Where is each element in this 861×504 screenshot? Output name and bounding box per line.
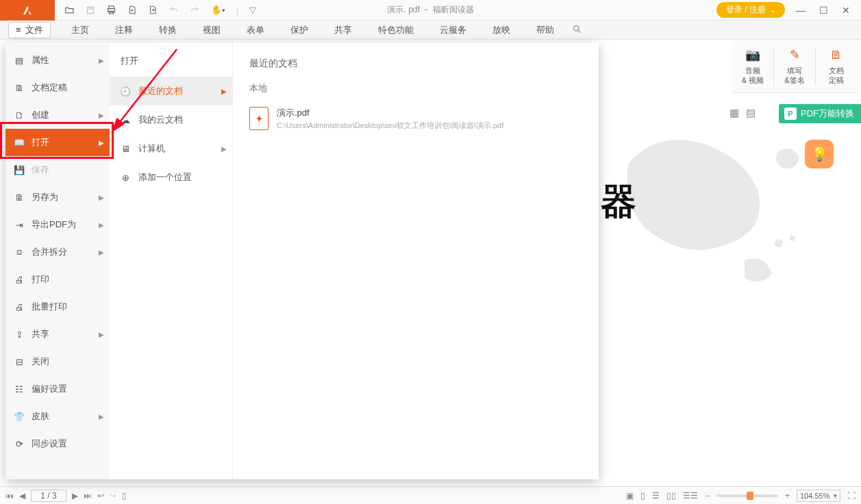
menu-save-as[interactable]: 🗎另存为▶	[5, 184, 110, 211]
menu-merge-split[interactable]: ⧈合并拆分▶	[5, 238, 110, 266]
source-cloud[interactable]: ☁我的云文档	[110, 105, 232, 134]
quick-access-toolbar: ✋▾ | ▽	[55, 5, 266, 15]
nav-back-icon[interactable]: ↩	[97, 491, 104, 501]
document-background: 器 💡	[601, 96, 861, 479]
tab-cloud[interactable]: 云服务	[427, 21, 479, 39]
ribbon-group-right: 📷音频 & 视频 ✎填写 &签名 🗎文档 定稿	[732, 40, 857, 93]
menu-skin[interactable]: 👕皮肤▶	[5, 403, 110, 430]
menu-create[interactable]: 🗋创建▶	[5, 101, 110, 129]
menu-open[interactable]: 📖打开▶	[5, 129, 110, 156]
title-bar: ✋▾ | ▽ 演示. pdf － 福昕阅读器 登录 / 注册 — ☐ ✕	[0, 0, 861, 21]
menu-export[interactable]: ⇥导出PDF为▶	[5, 211, 110, 238]
app-logo-tab[interactable]	[0, 0, 55, 21]
menu-preferences[interactable]: ☷偏好设置	[5, 375, 110, 403]
marquee-icon[interactable]: ▣	[626, 491, 634, 501]
tab-features[interactable]: 特色功能	[366, 21, 426, 39]
file-menu-button[interactable]: ≡ 文件	[8, 22, 51, 38]
cloud-icon: ☁	[119, 115, 132, 125]
fill-sign-button[interactable]: ✎填写 &签名	[778, 47, 811, 86]
tab-convert[interactable]: 转换	[147, 21, 189, 39]
bookmark-icon[interactable]: ▯	[122, 491, 127, 501]
share-icon: ⇪	[14, 329, 25, 340]
hand-icon[interactable]: ✋▾	[211, 5, 225, 15]
separator	[773, 47, 774, 86]
zoom-in-icon[interactable]: +	[785, 491, 790, 501]
tab-protect[interactable]: 保护	[278, 21, 321, 39]
first-page-icon[interactable]: ⏮	[5, 491, 14, 501]
last-page-icon[interactable]: ⏭	[84, 491, 92, 501]
grid-view-icon[interactable]: ▦	[729, 107, 739, 119]
undo-icon[interactable]	[169, 5, 179, 14]
svg-point-7	[790, 236, 795, 241]
separator	[815, 47, 816, 86]
menu-doc-final[interactable]: 🗎文档定稿	[5, 74, 110, 101]
zoom-out-icon[interactable]: −	[705, 491, 710, 501]
login-button[interactable]: 登录 / 注册	[716, 2, 785, 18]
page-input[interactable]: 1 / 3	[31, 490, 66, 502]
print-icon[interactable]	[106, 5, 116, 15]
window-controls: — ☐ ✕	[785, 5, 861, 16]
tab-present[interactable]: 放映	[480, 21, 523, 39]
zoom-slider[interactable]	[716, 494, 778, 497]
menu-save: 💾保存	[5, 156, 110, 184]
tab-home[interactable]: 主页	[59, 21, 101, 39]
nav-forward-icon[interactable]: ↪	[110, 491, 116, 501]
local-heading: 本地	[249, 82, 582, 94]
audio-video-button[interactable]: 📷音频 & 视频	[736, 47, 769, 86]
zoom-thumb[interactable]	[747, 492, 753, 500]
prev-page-icon[interactable]: ◀	[19, 491, 25, 501]
recent-heading: 最近的文档	[249, 58, 582, 70]
pdf-file-icon: ✦	[249, 107, 269, 130]
two-continuous-icon[interactable]: ☰☰	[683, 491, 698, 501]
recent-docs-panel: 最近的文档 本地 ✦ 演示.pdf C:\Users\Administrator…	[233, 42, 599, 479]
single-page-icon[interactable]: ▯	[640, 491, 645, 501]
tab-help[interactable]: 帮助	[524, 21, 566, 39]
next-page-icon[interactable]: ▶	[72, 491, 78, 501]
doc-large-text: 器	[601, 178, 635, 226]
search-icon[interactable]	[572, 24, 582, 36]
doc-final-button[interactable]: 🗎文档 定稿	[820, 47, 853, 86]
redo-icon[interactable]	[190, 5, 200, 14]
pdf-convert-button[interactable]: P PDF万能转换	[779, 104, 861, 123]
source-computer[interactable]: 🖥计算机▶	[110, 134, 232, 163]
svg-rect-0	[87, 7, 93, 13]
zoom-input[interactable]: 104.55%▾	[797, 490, 840, 502]
close-icon: ⊟	[14, 357, 25, 367]
close-button[interactable]: ✕	[842, 5, 850, 16]
svg-rect-4	[109, 11, 113, 14]
page-navigation: ⏮ ◀ 1 / 3 ▶ ⏭ ↩ ↪ ▯	[5, 490, 127, 502]
tab-form[interactable]: 表单	[234, 21, 277, 39]
menu-sync[interactable]: ⟳同步设置	[5, 430, 110, 457]
tab-comment[interactable]: 注释	[103, 21, 145, 39]
two-page-icon[interactable]: ▯▯	[666, 491, 676, 501]
file-menu-list: ▤属性▶ 🗎文档定稿 🗋创建▶ 📖打开▶ 💾保存 🗎另存为▶ ⇥导出PDF为▶ …	[5, 42, 110, 479]
export-icon: ⇥	[14, 220, 25, 230]
minimize-button[interactable]: —	[796, 5, 806, 16]
menu-batch-print[interactable]: 🖨批量打印	[5, 293, 110, 320]
saveas-icon: 🗎	[14, 192, 25, 203]
qat-dropdown-icon[interactable]: ▽	[249, 5, 256, 15]
source-add-place[interactable]: ⊕添加一个位置	[110, 163, 232, 192]
list-icon: ▤	[14, 55, 25, 66]
continuous-icon[interactable]: ☰	[652, 491, 660, 501]
page-view-icon[interactable]: ▤	[746, 107, 756, 119]
page-next-icon[interactable]	[148, 5, 158, 15]
maximize-button[interactable]: ☐	[819, 5, 828, 16]
fullscreen-icon[interactable]: ⛶	[847, 491, 856, 501]
tab-view[interactable]: 视图	[190, 21, 233, 39]
print-icon: 🖨	[14, 275, 25, 285]
source-recent[interactable]: 🕘最近的文档▶	[110, 77, 232, 105]
menu-properties[interactable]: ▤属性▶	[5, 47, 110, 74]
file-menu-panel: ▤属性▶ 🗎文档定稿 🗋创建▶ 📖打开▶ 💾保存 🗎另存为▶ ⇥导出PDF为▶ …	[5, 42, 599, 479]
menu-share[interactable]: ⇪共享▶	[5, 320, 110, 348]
merge-icon: ⧈	[14, 247, 25, 257]
tab-share[interactable]: 共享	[322, 21, 364, 39]
page-add-icon[interactable]	[127, 5, 137, 15]
save-icon[interactable]	[86, 5, 95, 15]
open-icon[interactable]	[64, 5, 75, 15]
menu-close[interactable]: ⊟关闭	[5, 348, 110, 375]
recent-file-row[interactable]: ✦ 演示.pdf C:\Users\Administrator\Desktop\…	[249, 104, 582, 134]
menu-print[interactable]: 🖨打印	[5, 266, 110, 293]
qat-sep: |	[236, 5, 238, 15]
hint-bulb-button[interactable]: 💡	[805, 140, 834, 168]
